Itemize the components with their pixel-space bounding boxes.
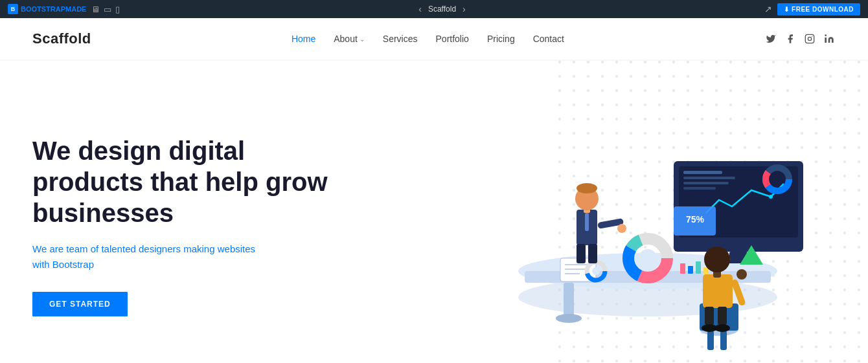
- brand-name: BOOTSTRAPMADE: [21, 5, 86, 13]
- nav-item-portfolio[interactable]: Portfolio: [436, 33, 469, 45]
- svg-point-2: [812, 36, 812, 37]
- nav-link-pricing[interactable]: Pricing: [487, 34, 515, 44]
- svg-rect-57: [720, 331, 727, 350]
- svg-point-51: [617, 224, 626, 233]
- main-navbar: Scaffold Home About ⌄ Services Portfolio…: [0, 18, 868, 60]
- nav-forward-arrow[interactable]: ›: [463, 4, 466, 14]
- svg-rect-32: [683, 177, 735, 179]
- svg-rect-52: [577, 244, 586, 263]
- hero-subtitle: We are team of talented designers making…: [32, 241, 343, 272]
- nav-item-pricing[interactable]: Pricing: [487, 33, 515, 45]
- svg-rect-24: [696, 261, 701, 274]
- free-download-button[interactable]: ⬇ FREE DOWNLOAD: [777, 3, 860, 16]
- facebook-icon[interactable]: [784, 32, 797, 45]
- mobile-icon: ▯: [115, 5, 120, 14]
- svg-rect-33: [683, 182, 729, 184]
- nav-item-services[interactable]: Services: [383, 33, 418, 45]
- nav-item-contact[interactable]: Contact: [533, 33, 564, 45]
- svg-point-3: [825, 34, 827, 36]
- social-icons: [764, 32, 836, 45]
- navbar-brand[interactable]: Scaffold: [32, 30, 91, 47]
- tablet-icon: ▭: [104, 5, 111, 14]
- svg-rect-56: [707, 331, 714, 350]
- nav-link-services[interactable]: Services: [383, 34, 418, 44]
- svg-point-35: [769, 195, 773, 199]
- desktop-icon: 🖥: [91, 5, 100, 14]
- hero-section: We design digital products that help gro…: [0, 60, 868, 363]
- browser-bar-center: ‹ Scaffold ›: [418, 4, 466, 14]
- svg-rect-64: [718, 307, 727, 325]
- nav-link-contact[interactable]: Contact: [533, 34, 564, 44]
- logo-icon: B: [8, 4, 18, 14]
- svg-rect-63: [705, 307, 714, 325]
- nav-back-arrow[interactable]: ‹: [418, 4, 422, 14]
- svg-point-11: [556, 314, 582, 323]
- browser-bar-right: ↗ ⬇ FREE DOWNLOAD: [764, 3, 860, 16]
- svg-rect-22: [680, 263, 685, 274]
- download-icon: ⬇: [784, 6, 790, 13]
- svg-rect-58: [703, 274, 733, 308]
- browser-page-title: Scaffold: [428, 5, 456, 14]
- bootstrapmade-logo[interactable]: B BOOTSTRAPMADE: [8, 4, 86, 14]
- navbar-menu: Home About ⌄ Services Portfolio Pricing …: [291, 33, 564, 45]
- hero-illustration: 75%: [460, 83, 816, 355]
- hero-svg: 75%: [460, 83, 816, 355]
- svg-rect-0: [805, 34, 814, 43]
- nav-link-portfolio[interactable]: Portfolio: [436, 34, 469, 44]
- svg-rect-23: [688, 266, 693, 274]
- svg-rect-53: [588, 244, 597, 263]
- hero-content: We design digital products that help gro…: [32, 122, 343, 316]
- nav-item-about[interactable]: About ⌄: [334, 34, 365, 44]
- svg-rect-9: [564, 283, 574, 318]
- browser-bar-left: B BOOTSTRAPMADE 🖥 ▭ ▯: [8, 4, 120, 14]
- hero-title: We design digital products that help gro…: [32, 135, 343, 228]
- about-chevron-icon: ⌄: [360, 36, 365, 43]
- nav-link-about[interactable]: About: [334, 34, 358, 44]
- svg-point-1: [808, 37, 811, 40]
- twitter-icon[interactable]: [764, 32, 777, 45]
- get-started-button[interactable]: GET STARTED: [32, 292, 128, 316]
- svg-point-62: [737, 269, 747, 280]
- svg-point-49: [577, 183, 597, 193]
- svg-rect-31: [683, 171, 722, 174]
- linkedin-icon[interactable]: [823, 32, 836, 45]
- external-link-icon[interactable]: ↗: [764, 4, 772, 14]
- svg-point-28: [592, 267, 600, 275]
- svg-point-39: [772, 174, 782, 184]
- svg-rect-46: [585, 213, 589, 231]
- browser-top-bar: B BOOTSTRAPMADE 🖥 ▭ ▯ ‹ Scaffold › ↗ ⬇ F…: [0, 0, 868, 18]
- svg-point-60: [704, 247, 730, 272]
- nav-link-home[interactable]: Home: [291, 34, 315, 44]
- device-icons: 🖥 ▭ ▯: [91, 5, 120, 14]
- instagram-icon[interactable]: [803, 32, 816, 45]
- svg-text:75%: 75%: [686, 214, 705, 225]
- svg-point-66: [714, 324, 730, 332]
- svg-point-21: [639, 249, 657, 267]
- svg-rect-34: [683, 187, 716, 190]
- nav-item-home[interactable]: Home: [291, 33, 315, 45]
